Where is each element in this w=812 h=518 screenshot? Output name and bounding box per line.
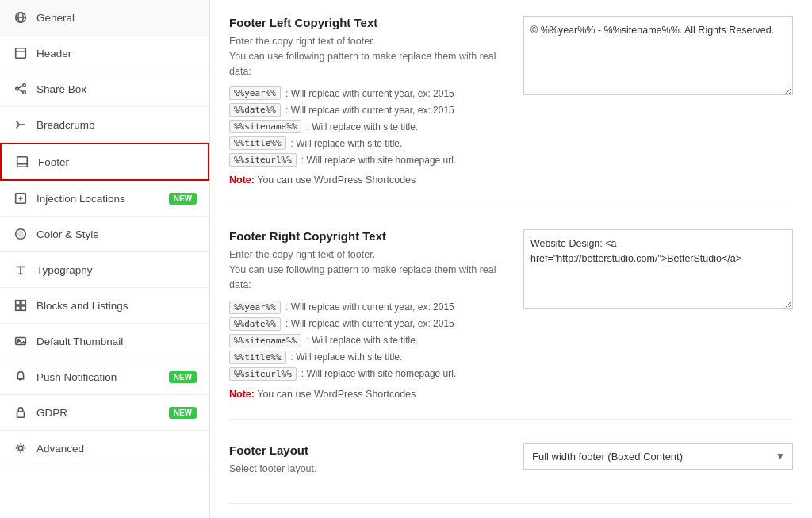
pattern-desc: : Will replace with site homepage url. [301,368,456,379]
pattern-item: %%year%% : Will replcae with current yea… [229,301,508,314]
footer-layout-desc: Select footer layout. [229,462,508,477]
sidebar-item-breadcrumb[interactable]: Breadcrumb [0,107,209,143]
sidebar-item-label: Advanced [36,443,197,455]
gdpr-icon [13,405,29,420]
badge-new: New [169,407,197,419]
layout-left: Footer Layout Select footer layout. [229,443,508,485]
copyright-textarea[interactable]: © %%year%% - %%sitename%%. All Rights Re… [523,16,793,95]
pattern-desc: : Will replcae with current year, ex: 20… [285,318,454,329]
notification-icon [13,369,29,385]
pattern-tag: %%date%% [229,317,281,331]
layout-top-icon [13,45,29,61]
footer-layout-title: Footer Layout [229,443,508,457]
pattern-desc: : Will replace with site homepage url. [301,155,456,166]
pattern-desc: : Will replace with site title. [306,121,418,132]
layout-bottom-icon [14,154,30,170]
svg-rect-23 [21,306,25,310]
badge-new: New [169,193,197,205]
sidebar-item-share-box[interactable]: Share Box [0,71,209,107]
svg-rect-11 [17,157,28,167]
svg-rect-21 [21,301,25,305]
sidebar-item-blocks-listings[interactable]: Blocks and Listings [0,288,209,324]
thumbnail-icon [13,333,29,349]
sidebar-item-label: Push Notification [36,371,161,383]
sidebar-item-footer[interactable]: Footer [0,143,209,181]
sidebar-item-label: Blocks and Listings [36,300,197,312]
blocks-icon [13,297,29,313]
pattern-item: %%title%% : Will replace with site title… [229,136,508,150]
globe-icon [13,10,29,25]
pattern-item: %%sitename%% : Will replace with site ti… [229,120,508,133]
section-desc: Enter the copy right text of footer.You … [229,247,508,292]
sidebar-item-gdpr[interactable]: GDPR New [0,395,209,431]
section-desc: Enter the copy right text of footer.You … [229,34,508,79]
badge-new: New [169,371,197,383]
pattern-item: %%siteurl%% : Will replace with site hom… [229,367,508,381]
sidebar-item-label: Injection Locations [36,193,161,205]
pattern-list: %%year%% : Will replcae with current yea… [229,301,508,381]
pattern-tag: %%sitename%% [229,334,301,347]
section-title: Footer Right Copyright Text [229,229,508,243]
pattern-item: %%date%% : Will replcae with current yea… [229,103,508,117]
section-note: Note: You can use WordPress Shortcodes [229,389,508,400]
svg-rect-3 [16,48,26,59]
sidebar-item-label: General [36,12,197,24]
pattern-tag: %%date%% [229,103,281,117]
pattern-tag: %%siteurl%% [229,367,297,381]
advanced-icon [13,440,29,456]
section-left: Footer Right Copyright Text Enter the co… [229,229,508,399]
breadcrumb-icon [13,117,29,132]
copyright-textarea[interactable]: Website Design: <a href="http://betterst… [523,229,793,309]
pattern-item: %%siteurl%% : Will replace with site hom… [229,153,508,167]
sidebar-item-general[interactable]: General [0,0,209,36]
sidebar: General Header Share Box Breadcrumb Foot… [0,0,210,518]
layout-right: Full width footer (Boxed Content)Full wi… [523,443,793,470]
sidebar-item-label: Color & Style [36,228,197,240]
section-footer-layout: Footer Layout Select footer layout. Full… [229,443,793,505]
section-title: Footer Left Copyright Text [229,16,508,29]
injection-icon [13,190,29,206]
main-content: Footer Left Copyright Text Enter the cop… [210,0,812,518]
pattern-tag: %%year%% [229,301,281,314]
sidebar-item-push-notification[interactable]: Push Notification New [0,359,209,395]
section-left: Footer Left Copyright Text Enter the cop… [229,16,508,186]
share-icon [13,81,29,97]
svg-rect-20 [16,301,20,305]
pattern-desc: : Will replace with site title. [291,351,403,363]
pattern-desc: : Will replace with site title. [291,138,403,149]
section-footer-right-copyright: Footer Right Copyright Text Enter the co… [229,229,793,419]
svg-line-9 [18,90,22,92]
pattern-desc: : Will replcae with current year, ex: 20… [285,301,454,313]
pattern-item: %%title%% : Will replace with site title… [229,351,508,364]
typography-icon [13,262,29,278]
svg-point-28 [18,446,22,450]
section-footer-left-copyright: Footer Left Copyright Text Enter the cop… [229,16,793,205]
pattern-tag: %%title%% [229,136,286,150]
sidebar-item-label: Share Box [36,83,197,95]
sidebar-item-injection-locations[interactable]: Injection Locations New [0,181,209,217]
sidebar-item-advanced[interactable]: Advanced [0,431,209,466]
footer-layout-select[interactable]: Full width footer (Boxed Content)Full wi… [523,443,793,470]
svg-point-5 [23,84,26,87]
pattern-item: %%sitename%% : Will replace with site ti… [229,334,508,347]
section-note: Note: You can use WordPress Shortcodes [229,175,508,186]
pattern-desc: : Will replcae with current year, ex: 20… [285,105,454,116]
sidebar-item-label: Default Thumbnail [36,336,197,347]
svg-line-8 [18,86,22,88]
pattern-list: %%year%% : Will replcae with current yea… [229,86,508,167]
pattern-tag: %%year%% [229,86,281,100]
sidebar-item-typography[interactable]: Typography [0,252,209,288]
sidebar-item-label: GDPR [36,407,161,419]
pattern-tag: %%sitename%% [229,120,301,133]
sidebar-item-color-style[interactable]: Color & Style [0,217,209,252]
footer-layout-select-wrapper: Full width footer (Boxed Content)Full wi… [523,443,793,470]
pattern-tag: %%siteurl%% [229,153,297,167]
section-right: © %%year%% - %%sitename%%. All Rights Re… [523,16,793,98]
sidebar-item-header[interactable]: Header [0,36,209,71]
sidebar-item-label: Breadcrumb [36,119,197,131]
pattern-desc: : Will replace with site title. [306,335,418,346]
sidebar-item-default-thumbnail[interactable]: Default Thumbnail [0,324,209,359]
svg-rect-27 [17,412,25,417]
sidebar-item-label: Typography [36,264,197,276]
section-right: Website Design: <a href="http://betterst… [523,229,793,311]
